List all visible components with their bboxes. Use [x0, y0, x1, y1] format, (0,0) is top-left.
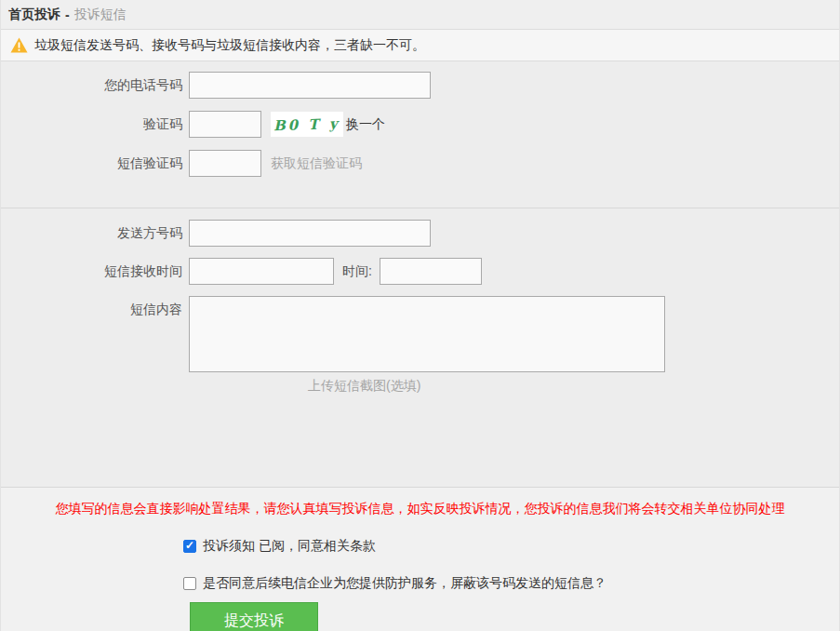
- receive-time-input[interactable]: [380, 258, 482, 285]
- breadcrumb-separator: -: [65, 7, 70, 22]
- warning-triangle-icon: [10, 37, 28, 53]
- phone-label: 您的电话号码: [1, 72, 182, 99]
- captcha-refresh-link[interactable]: 换一个: [346, 116, 385, 133]
- upload-screenshot-link[interactable]: 上传短信截图(选填): [1, 378, 839, 395]
- sender-row: 发送方号码: [1, 220, 839, 247]
- content-label: 短信内容: [1, 296, 182, 323]
- receive-time-row: 短信接收时间 时间:: [1, 258, 839, 285]
- captcha-image[interactable]: B0 T y: [271, 112, 343, 137]
- receive-date-input[interactable]: [189, 258, 334, 285]
- sms-code-label: 短信验证码: [1, 150, 182, 177]
- warning-banner: 垃圾短信发送号码、接收号码与垃圾短信接收内容，三者缺一不可。: [1, 30, 839, 61]
- sender-label: 发送方号码: [1, 220, 182, 247]
- breadcrumb-current: 投诉短信: [74, 7, 127, 23]
- captcha-label: 验证码: [1, 111, 182, 138]
- submit-complaint-button[interactable]: 提交投诉: [190, 602, 318, 631]
- complaint-form-page: 首页投诉 - 投诉短信 垃圾短信发送号码、接收号码与垃圾短信接收内容，三者缺一不…: [0, 0, 840, 631]
- phone-row: 您的电话号码: [1, 72, 839, 99]
- breadcrumb: 首页投诉 - 投诉短信: [1, 0, 839, 30]
- captcha-image-text: B0 T y: [273, 114, 340, 133]
- block-service-checkbox[interactable]: [183, 577, 196, 590]
- agreement-row-terms: 投诉须知 已阅，同意相关条款: [1, 538, 839, 555]
- content-row: 短信内容: [1, 296, 839, 372]
- breadcrumb-home[interactable]: 首页投诉: [8, 7, 60, 23]
- sms-detail-section: 发送方号码 短信接收时间 时间: 短信内容 上传短信截图(选填): [1, 208, 839, 488]
- receive-date-label: 短信接收时间: [1, 258, 182, 285]
- agreement-section: 您填写的信息会直接影响处置结果，请您认真填写投诉信息，如实反映投诉情况，您投诉的…: [1, 488, 839, 631]
- phone-input[interactable]: [189, 72, 431, 99]
- warning-text: 垃圾短信发送号码、接收号码与垃圾短信接收内容，三者缺一不可。: [34, 37, 425, 54]
- block-service-label[interactable]: 是否同意后续电信企业为您提供防护服务，屏蔽该号码发送的短信息？: [203, 575, 607, 592]
- agreement-row-block: 是否同意后续电信企业为您提供防护服务，屏蔽该号码发送的短信息？: [1, 575, 839, 592]
- get-sms-code-link[interactable]: 获取短信验证码: [271, 155, 362, 172]
- sender-input[interactable]: [189, 220, 431, 247]
- sms-code-row: 短信验证码 获取短信验证码: [1, 150, 839, 177]
- time-label: 时间:: [342, 263, 372, 280]
- terms-checkbox[interactable]: [183, 540, 196, 553]
- captcha-input[interactable]: [189, 111, 261, 138]
- sms-code-input[interactable]: [189, 150, 261, 177]
- notice-text: 您填写的信息会直接影响处置结果，请您认真填写投诉信息，如实反映投诉情况，您投诉的…: [1, 501, 839, 516]
- sms-content-textarea[interactable]: [189, 296, 665, 372]
- identity-section: 您的电话号码 验证码 B0 T y 换一个 短信验证码 获取短信验证码: [1, 61, 839, 208]
- terms-label[interactable]: 投诉须知 已阅，同意相关条款: [203, 538, 376, 555]
- captcha-row: 验证码 B0 T y 换一个: [1, 111, 839, 138]
